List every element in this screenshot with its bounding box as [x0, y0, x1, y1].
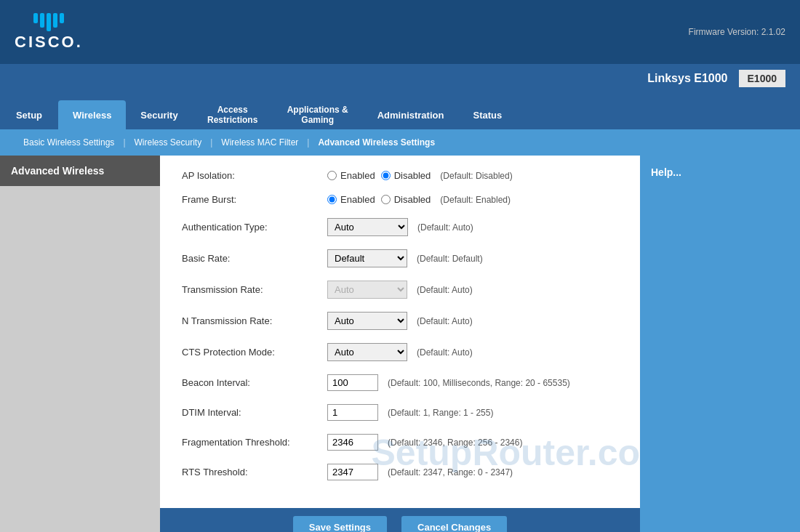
cisco-bars-icon — [33, 13, 64, 31]
label-transmission-rate: Transmission Rate: — [182, 284, 327, 295]
radio-ap-isolation-disabled-input[interactable] — [381, 171, 391, 180]
default-transmission-rate: (Default: Auto) — [417, 285, 473, 295]
radio-ap-isolation-disabled-label: Disabled — [394, 170, 431, 181]
default-frame-burst: (Default: Enabled) — [440, 195, 511, 205]
tab-access-restrictions[interactable]: AccessRestrictions — [193, 100, 273, 129]
nav-bar: Linksys E1000 E1000 — [0, 64, 800, 93]
default-n-transmission-rate: (Default: Auto) — [417, 316, 473, 326]
firmware-version: Firmware Version: 2.1.02 — [689, 27, 785, 37]
help-panel: Help... — [640, 156, 800, 532]
model-info: Linksys E1000 E1000 — [636, 70, 785, 87]
row-dtim-interval: DTIM Interval: (Default: 1, Range: 1 - 2… — [182, 404, 618, 421]
controls-beacon-interval: (Default: 100, Milliseconds, Range: 20 -… — [327, 374, 570, 391]
cisco-logo: CISCO. — [15, 13, 83, 52]
sub-tab-mac-filter[interactable]: Wireless MAC Filter — [212, 137, 307, 148]
model-name: Linksys E1000 — [636, 72, 738, 85]
cisco-bar-1 — [33, 13, 38, 23]
sidebar: Advanced Wireless — [0, 156, 160, 532]
sub-tab-advanced[interactable]: Advanced Wireless Settings — [309, 137, 444, 148]
input-dtim-interval[interactable] — [327, 404, 378, 421]
model-tag: E1000 — [739, 70, 785, 87]
default-cts-protection: (Default: Auto) — [417, 347, 473, 358]
controls-dtim-interval: (Default: 1, Range: 1 - 255) — [327, 404, 493, 421]
cisco-bar-3 — [47, 13, 51, 31]
tab-wireless[interactable]: Wireless — [58, 100, 126, 129]
tab-applications-gaming[interactable]: Applications &Gaming — [273, 100, 363, 129]
controls-rts-threshold: (Default: 2347, Range: 0 - 2347) — [327, 464, 513, 480]
row-transmission-rate: Transmission Rate: Auto (Default: Auto) — [182, 281, 618, 299]
row-ap-isolation: AP Isolation: Enabled Disabled (Default:… — [182, 170, 618, 181]
row-beacon-interval: Beacon Interval: (Default: 100, Millisec… — [182, 374, 618, 391]
row-rts-threshold: RTS Threshold: (Default: 2347, Range: 0 … — [182, 464, 618, 480]
label-dtim-interval: DTIM Interval: — [182, 407, 327, 418]
select-transmission-rate[interactable]: Auto — [327, 281, 407, 299]
row-auth-type: Authentication Type: Auto Open System Sh… — [182, 218, 618, 236]
label-n-transmission-rate: N Transmission Rate: — [182, 315, 327, 326]
controls-frame-burst: Enabled Disabled (Default: Enabled) — [327, 194, 511, 205]
radio-frame-burst-enabled-input[interactable] — [327, 195, 337, 204]
tab-security[interactable]: Security — [126, 100, 192, 129]
default-fragmentation: (Default: 2346, Range: 256 - 2346) — [388, 438, 522, 448]
row-n-transmission-rate: N Transmission Rate: Auto MCS 0 MCS 7 (D… — [182, 312, 618, 330]
sub-nav: Basic Wireless Settings | Wireless Secur… — [0, 129, 800, 156]
radio-ap-isolation-enabled-input[interactable] — [327, 171, 337, 180]
default-basic-rate: (Default: Default) — [417, 254, 483, 264]
content-wrapper: Advanced Wireless AP Isolation: Enabled … — [0, 156, 800, 532]
tab-setup[interactable]: Setup — [0, 100, 58, 129]
controls-transmission-rate: Auto (Default: Auto) — [327, 281, 473, 299]
default-dtim-interval: (Default: 1, Range: 1 - 255) — [388, 408, 493, 418]
sub-tab-basic[interactable]: Basic Wireless Settings — [15, 137, 123, 148]
cisco-bar-2 — [40, 13, 44, 28]
header: CISCO. Firmware Version: 2.1.02 — [0, 0, 800, 64]
label-beacon-interval: Beacon Interval: — [182, 377, 327, 388]
default-ap-isolation: (Default: Disabled) — [440, 171, 512, 181]
radio-frame-burst-enabled-label: Enabled — [340, 194, 375, 205]
cisco-bar-4 — [53, 13, 57, 28]
save-button[interactable]: Save Settings — [293, 516, 387, 533]
tab-status[interactable]: Status — [458, 100, 516, 129]
cisco-bar-5 — [60, 13, 64, 23]
radio-frame-burst-disabled-input[interactable] — [381, 195, 391, 204]
label-ap-isolation: AP Isolation: — [182, 170, 327, 181]
radio-ap-isolation-disabled: Disabled — [381, 170, 431, 181]
radio-ap-isolation-enabled: Enabled — [327, 170, 375, 181]
tab-administration[interactable]: Administration — [363, 100, 459, 129]
sub-tab-security[interactable]: Wireless Security — [126, 137, 211, 148]
select-basic-rate[interactable]: Default 1-2 Mbps All — [327, 249, 407, 267]
input-fragmentation[interactable] — [327, 434, 378, 451]
label-cts-protection: CTS Protection Mode: — [182, 347, 327, 358]
main-nav: Setup Wireless Security AccessRestrictio… — [0, 93, 800, 129]
radio-frame-burst-enabled: Enabled — [327, 194, 375, 205]
footer-buttons: Save Settings Cancel Changes — [160, 508, 640, 532]
default-beacon-interval: (Default: 100, Milliseconds, Range: 20 -… — [388, 378, 570, 388]
controls-fragmentation: (Default: 2346, Range: 256 - 2346) — [327, 434, 522, 451]
row-frame-burst: Frame Burst: Enabled Disabled (Default: … — [182, 194, 618, 205]
select-n-transmission-rate[interactable]: Auto MCS 0 MCS 7 — [327, 312, 407, 330]
help-link[interactable]: Help... — [651, 166, 681, 178]
row-fragmentation: Fragmentation Threshold: (Default: 2346,… — [182, 434, 618, 451]
label-basic-rate: Basic Rate: — [182, 253, 327, 264]
main-content: AP Isolation: Enabled Disabled (Default:… — [160, 156, 640, 532]
row-cts-protection: CTS Protection Mode: Auto Disabled (Defa… — [182, 343, 618, 361]
select-auth-type[interactable]: Auto Open System Shared Key — [327, 218, 408, 236]
label-rts-threshold: RTS Threshold: — [182, 467, 327, 477]
cancel-button[interactable]: Cancel Changes — [401, 516, 507, 533]
form-area: AP Isolation: Enabled Disabled (Default:… — [160, 156, 640, 508]
controls-ap-isolation: Enabled Disabled (Default: Disabled) — [327, 170, 513, 181]
row-basic-rate: Basic Rate: Default 1-2 Mbps All (Defaul… — [182, 249, 618, 267]
radio-frame-burst-disabled: Disabled — [381, 194, 431, 205]
label-fragmentation: Fragmentation Threshold: — [182, 437, 327, 448]
controls-n-transmission-rate: Auto MCS 0 MCS 7 (Default: Auto) — [327, 312, 473, 330]
label-frame-burst: Frame Burst: — [182, 194, 327, 205]
select-cts-protection[interactable]: Auto Disabled — [327, 343, 407, 361]
controls-basic-rate: Default 1-2 Mbps All (Default: Default) — [327, 249, 483, 267]
controls-cts-protection: Auto Disabled (Default: Auto) — [327, 343, 473, 361]
cisco-brand: CISCO. — [15, 33, 83, 52]
radio-frame-burst-disabled-label: Disabled — [394, 194, 431, 205]
controls-auth-type: Auto Open System Shared Key (Default: Au… — [327, 218, 473, 236]
input-rts-threshold[interactable] — [327, 464, 378, 480]
default-rts-threshold: (Default: 2347, Range: 0 - 2347) — [388, 467, 513, 477]
radio-ap-isolation-enabled-label: Enabled — [340, 170, 375, 181]
input-beacon-interval[interactable] — [327, 374, 378, 391]
label-auth-type: Authentication Type: — [182, 222, 327, 233]
